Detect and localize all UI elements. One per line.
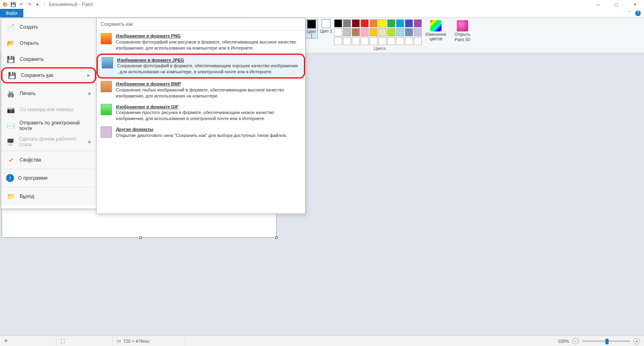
palette-swatch[interactable] (378, 19, 386, 27)
canvas-size-icon: ▭ (117, 338, 121, 344)
palette-swatch[interactable] (414, 28, 422, 36)
close-button[interactable]: ✕ (625, 0, 644, 9)
file-menu-properties[interactable]: ✔ Свойства (1, 152, 96, 168)
qat-save-icon[interactable]: 💾 (10, 1, 17, 8)
qat-redo-icon[interactable]: ↷ (26, 1, 33, 8)
submenu-arrow-icon: ▶ (89, 91, 91, 95)
check-icon: ✔ (6, 155, 16, 165)
cursor-pos-icon: ✛ (4, 338, 8, 344)
zoom-value: 100% (558, 339, 569, 344)
canvas-dimensions: 720 × 478пкс (123, 339, 150, 344)
file-menu-about[interactable]: i О программе (1, 170, 96, 186)
file-menu-print[interactable]: 🖨️ Печать ▶ (1, 85, 96, 102)
status-bar: ✛ ⛶ ▭ 720 × 478пкс 100% − + (0, 336, 644, 346)
resize-handle-bottom[interactable] (139, 236, 142, 239)
palette-swatch[interactable] (405, 19, 413, 27)
submenu-arrow-icon: ▶ (87, 73, 90, 77)
zoom-in-button[interactable]: + (634, 338, 640, 344)
palette-swatch[interactable] (343, 28, 351, 36)
palette-swatch[interactable] (361, 28, 369, 36)
minimize-button[interactable]: — (588, 0, 607, 9)
palette-swatch[interactable] (334, 19, 342, 27)
resize-handle-corner[interactable] (275, 236, 278, 239)
window-title: Безымянный - Paint (46, 2, 588, 7)
palette-swatch[interactable] (352, 37, 360, 45)
palette-swatch[interactable] (405, 37, 413, 45)
palette-swatch[interactable] (387, 19, 395, 27)
file-menu-exit[interactable]: 📁 Выход (1, 188, 96, 204)
palette-swatch[interactable] (361, 19, 369, 27)
color1-button[interactable]: Цвет 1 (305, 19, 318, 39)
file-menu-save[interactable]: 💾 Сохранить (1, 51, 96, 67)
submenu-arrow-icon: ▶ (89, 140, 91, 144)
info-icon: i (6, 174, 14, 182)
palette-swatch[interactable] (343, 19, 351, 27)
save-as-other[interactable]: Другие форматы Открытие диалогового окна… (97, 124, 305, 141)
open-paint3d-button[interactable]: Открыть Paint 3D (450, 19, 475, 42)
color1-label: Цвет 1 (305, 29, 318, 38)
palette-swatch[interactable] (369, 37, 378, 45)
file-menu-open[interactable]: 📂 Открыть (1, 35, 96, 51)
png-icon (101, 33, 112, 44)
save-as-icon: 💾 (7, 70, 17, 80)
email-icon: ✉️ (6, 121, 15, 131)
jpeg-icon (102, 57, 113, 68)
qat-customize-icon[interactable]: ▾ (34, 1, 41, 8)
save-as-bmp[interactable]: Изображение в формате BMP Сохранение люб… (97, 79, 305, 102)
palette-swatch[interactable] (405, 28, 413, 36)
file-menu-create[interactable]: 📄 Создать (1, 19, 96, 35)
palette-swatch[interactable] (334, 37, 342, 45)
maximize-button[interactable]: ▢ (607, 0, 625, 9)
file-tab[interactable]: Файл (0, 9, 23, 17)
rainbow-icon (430, 20, 442, 31)
save-as-png[interactable]: Изображение в формате PNG Сохранение фот… (97, 31, 305, 54)
save-as-header: Сохранить как (97, 18, 305, 31)
file-menu-save-as[interactable]: 💾 Сохранить как ▶ (1, 67, 96, 83)
file-menu-scanner: 📷 Со сканера или камеры (1, 102, 96, 118)
palette-swatch[interactable] (414, 37, 422, 45)
open-folder-icon: 📂 (6, 38, 16, 48)
colors-group-label: Цвета (374, 46, 386, 51)
palette-swatch[interactable] (396, 37, 404, 45)
palette-swatch[interactable] (414, 19, 422, 27)
ribbon-min-icon[interactable]: ˄ (626, 10, 633, 17)
exit-icon: 📁 (6, 191, 16, 201)
ribbon-tabs: Файл ˄ ? (0, 9, 644, 18)
palette-swatch[interactable] (369, 19, 378, 27)
palette-swatch[interactable] (387, 37, 395, 45)
scanner-icon: 📷 (6, 105, 16, 114)
color2-button[interactable]: Цвет 2 (320, 19, 332, 39)
file-menu-email[interactable]: ✉️ Отправить по электронной почте (1, 118, 96, 134)
palette-swatch[interactable] (369, 28, 378, 36)
save-as-jpeg[interactable]: Изображение в формате JPEG Сохранение фо… (97, 54, 305, 79)
paint-app-icon: 🎨 (2, 1, 9, 8)
gif-icon (101, 104, 112, 115)
palette-swatch[interactable] (361, 37, 369, 45)
paint3d-icon (457, 20, 468, 31)
help-icon[interactable]: ? (635, 10, 641, 16)
zoom-out-button[interactable]: − (572, 338, 579, 344)
edit-colors-button[interactable]: Изменение цветов (423, 19, 448, 41)
palette-swatch[interactable] (343, 37, 351, 45)
file-menu-wallpaper: 🖥️ Сделать фоном рабочего стола ▶ (1, 134, 96, 150)
palette-swatch[interactable] (352, 19, 360, 27)
save-as-gif[interactable]: Изображение в формате GIF Сохранение про… (97, 102, 305, 124)
save-icon: 💾 (6, 54, 16, 64)
color-palette[interactable] (334, 19, 422, 45)
desktop-icon: 🖥️ (6, 137, 15, 147)
palette-swatch[interactable] (352, 28, 360, 36)
palette-swatch[interactable] (396, 28, 404, 36)
bmp-icon (101, 81, 112, 92)
qat-undo-icon[interactable]: ↶ (18, 1, 25, 8)
zoom-slider[interactable] (582, 340, 630, 342)
palette-swatch[interactable] (396, 19, 404, 27)
printer-icon: 🖨️ (6, 89, 16, 98)
new-file-icon: 📄 (6, 22, 16, 32)
color2-label: Цвет 2 (320, 29, 332, 33)
palette-swatch[interactable] (334, 28, 342, 36)
selection-size-icon: ⛶ (60, 339, 65, 344)
palette-swatch[interactable] (378, 37, 386, 45)
palette-swatch[interactable] (378, 28, 386, 36)
save-as-submenu: Сохранить как Изображение в формате PNG … (96, 18, 305, 214)
palette-swatch[interactable] (387, 28, 395, 36)
